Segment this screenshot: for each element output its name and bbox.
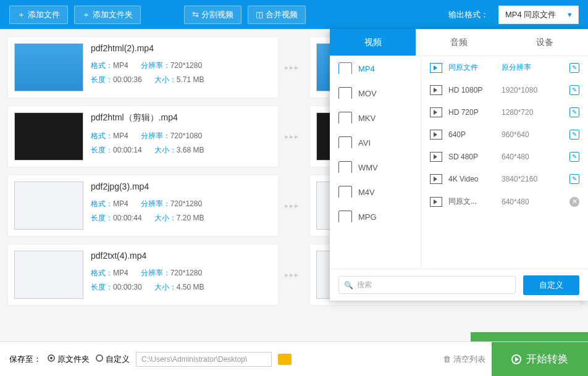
thumbnail	[14, 251, 83, 299]
thumbnail	[14, 112, 83, 161]
output-path-input[interactable]	[136, 352, 272, 367]
format-option-mov[interactable]: MOVMOV	[330, 81, 421, 106]
add-folder-button[interactable]: ＋添加文件夹	[74, 6, 141, 24]
arrow-icon: ▸▸▸	[285, 36, 303, 98]
split-video-button[interactable]: ⇆分割视频	[184, 6, 242, 24]
resolution-option[interactable]: 640P960*640	[421, 123, 588, 146]
edit-icon[interactable]	[569, 174, 579, 184]
format-icon: AVI	[338, 136, 352, 149]
file-card[interactable]: pdf2html(2).mp4 格式：MP4分辨率：720*1280 长度：00…	[7, 36, 279, 98]
video-icon	[430, 197, 442, 207]
format-option-wmv[interactable]: WMVWMV	[330, 155, 421, 180]
resolution-option[interactable]: HD 1080P1920*1080	[421, 79, 588, 101]
output-format-label: 输出格式：	[448, 9, 489, 20]
video-icon	[430, 107, 442, 117]
file-name: pdf2jpg(3).mp4	[91, 182, 272, 191]
top-toolbar: ＋添加文件 ＋添加文件夹 ⇆分割视频 ◫合并视频 输出格式： MP4 同原文件 …	[0, 0, 588, 29]
file-card[interactable]: pdf2txt(4).mp4 格式：MP4分辨率：720*1280 长度：00:…	[7, 244, 279, 306]
file-name: pdf2html(2).mp4	[91, 43, 272, 53]
bottom-bar: 保存至： 原文件夹 自定义 🗑清空列表 开始转换	[0, 341, 588, 376]
play-icon	[511, 354, 521, 364]
start-convert-button[interactable]: 开始转换	[492, 342, 588, 377]
convert-accent	[471, 332, 588, 341]
add-file-button[interactable]: ＋添加文件	[9, 6, 68, 24]
arrow-icon: ▸▸▸	[285, 244, 303, 306]
format-icon: MOV	[338, 87, 352, 99]
resolution-option[interactable]: HD 720P1280*720	[421, 101, 588, 123]
format-icon: WMV	[338, 161, 352, 173]
arrow-icon: ▸▸▸	[285, 106, 303, 167]
thumbnail	[14, 43, 83, 91]
edit-icon[interactable]	[569, 107, 579, 117]
resolution-option[interactable]: 同原文件原分辨率	[421, 56, 588, 79]
search-input[interactable]: 🔍 搜索	[338, 276, 516, 294]
tab-video[interactable]: 视频	[330, 29, 416, 56]
radio-original-folder[interactable]: 原文件夹	[48, 354, 90, 365]
file-card[interactable]: pdf2jpg(3).mp4 格式：MP4分辨率：720*1280 长度：00:…	[7, 175, 279, 236]
format-dropdown: 视频 音频 设备 MP4MP4MOVMOVMKVMKVAVIAVIWMVWMVM…	[330, 29, 588, 301]
plus-icon: ＋	[17, 9, 25, 20]
format-icon: M4V	[338, 186, 352, 198]
file-card[interactable]: pdf2html（剪辑）.mp4 格式：MP4分辨率：720*1080 长度：0…	[7, 106, 279, 167]
format-icon: MP4	[338, 62, 352, 75]
format-icon: MKV	[338, 112, 352, 124]
merge-video-button[interactable]: ◫合并视频	[248, 6, 306, 24]
format-option-mpg[interactable]: MPGMPG	[330, 204, 421, 229]
plus-icon: ＋	[82, 9, 90, 20]
custom-button[interactable]: 自定义	[523, 275, 579, 295]
edit-icon[interactable]	[569, 152, 579, 162]
output-format-select[interactable]: MP4 同原文件 ▾	[498, 6, 579, 24]
resolution-option[interactable]: 4K Video3840*2160	[421, 168, 588, 190]
chevron-down-icon: ▾	[568, 10, 572, 19]
edit-icon[interactable]	[569, 63, 579, 73]
resolution-option[interactable]: 同原文...640*480✕	[421, 190, 588, 213]
edit-icon[interactable]	[569, 130, 579, 140]
delete-icon[interactable]: ✕	[569, 197, 579, 207]
file-name: pdf2txt(4).mp4	[91, 251, 272, 261]
arrow-icon: ▸▸▸	[285, 175, 303, 236]
file-name: pdf2html（剪辑）.mp4	[91, 112, 272, 123]
format-icon: MPG	[338, 211, 352, 223]
thumbnail	[14, 182, 83, 230]
split-icon: ⇆	[192, 10, 199, 19]
search-icon: 🔍	[344, 281, 353, 290]
radio-custom[interactable]: 自定义	[96, 354, 130, 365]
video-icon	[430, 130, 442, 140]
trash-icon: 🗑	[443, 354, 451, 364]
format-list: MP4MP4MOVMOVMKVMKVAVIAVIWMVWMVM4VM4VMPGM…	[330, 56, 421, 269]
video-icon	[430, 152, 442, 162]
clear-list-button[interactable]: 🗑清空列表	[443, 354, 485, 365]
format-option-mkv[interactable]: MKVMKV	[330, 106, 421, 130]
save-to-label: 保存至：	[9, 354, 41, 365]
tab-device[interactable]: 设备	[502, 29, 588, 56]
video-icon	[430, 174, 442, 184]
folder-icon[interactable]	[278, 354, 292, 365]
merge-icon: ◫	[256, 10, 263, 19]
video-icon	[430, 63, 442, 73]
format-option-m4v[interactable]: M4VM4V	[330, 180, 421, 204]
format-option-mp4[interactable]: MP4MP4	[330, 56, 421, 81]
resolution-option[interactable]: SD 480P640*480	[421, 146, 588, 168]
video-icon	[430, 85, 442, 95]
tab-audio[interactable]: 音频	[416, 29, 502, 56]
dropdown-tabs: 视频 音频 设备	[330, 29, 588, 56]
edit-icon[interactable]	[569, 85, 579, 95]
resolution-list: 同原文件原分辨率HD 1080P1920*1080HD 720P1280*720…	[421, 56, 588, 269]
format-option-avi[interactable]: AVIAVI	[330, 130, 421, 155]
